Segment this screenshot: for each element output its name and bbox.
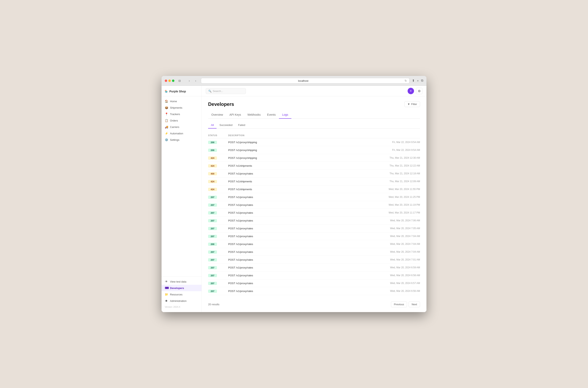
sub-tab-failed[interactable]: Failed bbox=[235, 122, 248, 128]
sidebar-item-orders[interactable]: 📋Orders bbox=[161, 117, 202, 124]
description-cell: POST /v1/proxy/rates bbox=[228, 172, 376, 175]
table-row[interactable]: 207 POST /v1/proxy/rates Wed, Mar 20, 20… bbox=[208, 193, 420, 201]
description-cell: POST /v1/proxy/rates bbox=[228, 195, 376, 199]
sidebar-label-view-test-data: View test data bbox=[170, 280, 186, 283]
table-row[interactable]: 207 POST /v1/proxy/rates Wed, Mar 20, 20… bbox=[208, 264, 420, 271]
description-cell: POST /v1/proxy/rates bbox=[228, 219, 376, 222]
description-cell: POST /v1/proxy/rates bbox=[228, 266, 376, 269]
table-row[interactable]: 424 POST /v1/shipments Thu, Mar 21, 2024… bbox=[208, 177, 420, 185]
tab-events[interactable]: Events bbox=[264, 111, 279, 119]
table-row[interactable]: 207 POST /v1/proxy/rates Wed, Mar 20, 20… bbox=[208, 217, 420, 224]
search-box[interactable]: 🔍 Search... bbox=[206, 88, 246, 94]
sidebar-item-carriers[interactable]: 🚚Carriers bbox=[161, 124, 202, 130]
share-icon[interactable]: ⬆ bbox=[412, 79, 415, 83]
add-button[interactable]: + bbox=[407, 88, 414, 94]
page-title: Developers bbox=[208, 101, 234, 107]
table-row[interactable]: 200 POST /v1/proxy/shipping Fri, Mar 22,… bbox=[208, 138, 420, 146]
settings-button[interactable]: ⚙ bbox=[416, 88, 422, 94]
sub-tabs: AllSucceededFailed bbox=[208, 122, 420, 128]
filter-icon: ▼ bbox=[407, 103, 410, 106]
header-status: STATUS bbox=[208, 134, 228, 137]
table-row[interactable]: 207 POST /v1/proxy/rates Wed, Mar 20, 20… bbox=[208, 279, 420, 287]
close-button[interactable] bbox=[165, 79, 167, 82]
sidebar-item-administration[interactable]: ✱Administration bbox=[161, 298, 202, 304]
filter-button[interactable]: ▼ Filter bbox=[404, 101, 420, 107]
tabs-icon[interactable]: ⧉ bbox=[421, 79, 423, 83]
settings-icon: ⚙️ bbox=[165, 138, 168, 141]
timestamp-cell: Wed, Mar 20, 2024 6:56 AM bbox=[376, 290, 420, 292]
forward-button[interactable]: › bbox=[193, 78, 199, 84]
shipments-icon: 📦 bbox=[165, 106, 168, 109]
browser-body: 🏪 Purple Shop 🏠Home📦Shipments📍Trackers📋O… bbox=[161, 86, 427, 312]
timestamp-cell: Thu, Mar 21, 2024 12:18 AM bbox=[376, 172, 420, 175]
orders-icon: 📋 bbox=[165, 119, 168, 122]
timestamp-cell: Wed, Mar 20, 2024 11:25 PM bbox=[376, 195, 420, 198]
top-bar: 🔍 Search... + ⚙ bbox=[202, 86, 427, 97]
table-row[interactable]: 200 POST /v1/proxy/rates Wed, Mar 20, 20… bbox=[208, 240, 420, 248]
description-cell: POST /v1/proxy/rates bbox=[228, 235, 376, 238]
status-badge: 424 bbox=[208, 188, 217, 191]
table-row[interactable]: 424 POST /v1/shipments Wed, Mar 20, 2024… bbox=[208, 185, 420, 193]
tab-webhooks[interactable]: Webhooks bbox=[244, 111, 264, 119]
description-cell: POST /v1/proxy/shipping bbox=[228, 156, 376, 159]
sidebar-item-settings[interactable]: ⚙️Settings bbox=[161, 137, 202, 143]
table-row[interactable]: 207 POST /v1/proxy/rates Wed, Mar 20, 20… bbox=[208, 232, 420, 240]
description-cell: POST /v1/proxy/rates bbox=[228, 274, 376, 277]
minimize-button[interactable] bbox=[168, 79, 171, 82]
status-badge: 207 bbox=[208, 219, 217, 222]
table-row[interactable]: 207 POST /v1/proxy/rates Wed, Mar 20, 20… bbox=[208, 209, 420, 217]
tab-overview[interactable]: Overview bbox=[208, 111, 226, 119]
sub-tab-succeeded[interactable]: Succeeded bbox=[217, 122, 235, 128]
tab-api-keys[interactable]: API Keys bbox=[226, 111, 244, 119]
sidebar-label-trackers: Trackers bbox=[170, 113, 180, 116]
home-icon: 🏠 bbox=[165, 100, 168, 103]
carriers-icon: 🚚 bbox=[165, 125, 168, 128]
sidebar-main-nav: 🏠Home📦Shipments📍Trackers📋Orders🚚Carriers… bbox=[161, 98, 202, 143]
sidebar-item-shipments[interactable]: 📦Shipments bbox=[161, 104, 202, 111]
address-bar[interactable]: localhost ↻ bbox=[201, 78, 409, 84]
sidebar-item-developers[interactable]: ⌨Developers bbox=[161, 285, 202, 291]
next-button[interactable]: Next bbox=[408, 301, 420, 307]
timestamp-cell: Thu, Mar 21, 2024 12:22 AM bbox=[376, 164, 420, 167]
status-badge: 424 bbox=[208, 156, 217, 160]
previous-button[interactable]: Previous bbox=[391, 301, 407, 307]
table-row[interactable]: 424 POST /v1/shipments Thu, Mar 21, 2024… bbox=[208, 162, 420, 170]
header-timestamp bbox=[376, 134, 420, 137]
maximize-button[interactable] bbox=[172, 79, 174, 82]
status-badge: 424 bbox=[208, 164, 217, 168]
table-row[interactable]: 207 POST /v1/proxy/rates Wed, Mar 20, 20… bbox=[208, 256, 420, 264]
tab-logs[interactable]: Logs bbox=[279, 111, 291, 119]
sidebar-toggle-icon[interactable]: ⊟ bbox=[177, 78, 182, 84]
table-row[interactable]: 207 POST /v1/proxy/rates Wed, Mar 20, 20… bbox=[208, 287, 420, 295]
sidebar-item-view-test-data[interactable]: 👁View test data bbox=[161, 278, 202, 285]
back-button[interactable]: ‹ bbox=[186, 78, 192, 84]
sidebar-secondary-nav: 👁View test data⌨Developers📁Resources✱Adm… bbox=[161, 277, 202, 310]
sidebar-label-shipments: Shipments bbox=[170, 106, 182, 109]
table-row[interactable]: 200 POST /v1/proxy/shipping Fri, Mar 22,… bbox=[208, 146, 420, 154]
timestamp-cell: Wed, Mar 20, 2024 7:04 AM bbox=[376, 250, 420, 253]
log-rows: 200 POST /v1/proxy/shipping Fri, Mar 22,… bbox=[208, 138, 420, 295]
table-row[interactable]: 424 POST /v1/proxy/shipping Thu, Mar 21,… bbox=[208, 154, 420, 162]
status-badge: 207 bbox=[208, 227, 217, 230]
page-header: Developers ▼ Filter bbox=[208, 101, 420, 107]
reload-icon[interactable]: ↻ bbox=[405, 79, 407, 82]
status-badge: 200 bbox=[208, 149, 217, 152]
table-row[interactable]: 207 POST /v1/proxy/rates Wed, Mar 20, 20… bbox=[208, 271, 420, 279]
table-row[interactable]: 400 POST /v1/proxy/rates Thu, Mar 21, 20… bbox=[208, 170, 420, 177]
sidebar-item-resources[interactable]: 📁Resources bbox=[161, 291, 202, 298]
new-tab-icon[interactable]: ＋ bbox=[416, 79, 419, 83]
sidebar-item-trackers[interactable]: 📍Trackers bbox=[161, 111, 202, 117]
table-row[interactable]: 207 POST /v1/proxy/rates Wed, Mar 20, 20… bbox=[208, 201, 420, 209]
status-cell: 200 bbox=[208, 140, 228, 144]
sidebar-label-automation: Automation bbox=[170, 132, 183, 135]
sidebar-logo[interactable]: 🏪 Purple Shop bbox=[161, 88, 202, 97]
sidebar-item-automation[interactable]: ⚡Automation bbox=[161, 130, 202, 137]
table-row[interactable]: 207 POST /v1/proxy/rates Wed, Mar 20, 20… bbox=[208, 248, 420, 256]
timestamp-cell: Wed, Mar 20, 2024 6:57 AM bbox=[376, 282, 420, 285]
timestamp-cell: Wed, Mar 20, 2024 6:58 AM bbox=[376, 274, 420, 277]
table-row[interactable]: 207 POST /v1/proxy/rates Wed, Mar 20, 20… bbox=[208, 224, 420, 232]
status-cell: 207 bbox=[208, 258, 228, 262]
sidebar-item-home[interactable]: 🏠Home bbox=[161, 98, 202, 104]
sub-tab-all[interactable]: All bbox=[208, 122, 217, 128]
timestamp-cell: Wed, Mar 20, 2024 7:04 AM bbox=[376, 235, 420, 238]
